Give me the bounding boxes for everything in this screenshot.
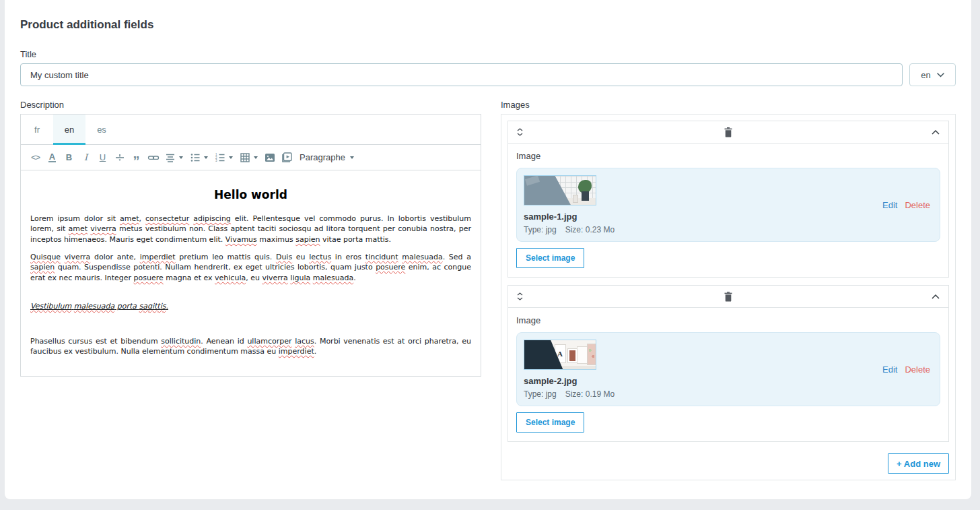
tab-fr[interactable]: fr <box>21 115 53 144</box>
strikethrough-icon[interactable] <box>111 149 128 166</box>
description-field-group: Description frenes <>ABIU”123 Paragraphe… <box>20 100 481 377</box>
dropdown-caret-icon[interactable] <box>254 156 258 159</box>
bullet-list-icon[interactable] <box>186 149 203 166</box>
trash-icon[interactable] <box>724 127 733 137</box>
move-vertical-icon[interactable] <box>517 292 523 300</box>
image-card-body: Image A sam <box>508 308 948 441</box>
editor-underlined-line: Vestibulum malesuada porta sagittis. <box>30 301 471 311</box>
format-select-value: Paragraphe <box>300 152 345 162</box>
editor-paragraph: Lorem ipsum dolor sit amet, consectetur … <box>30 214 471 245</box>
media-type: Type: jpg <box>524 389 557 399</box>
page-title: Product additional fields <box>20 18 956 32</box>
media-filename: sample-1.jpg <box>524 212 615 222</box>
images-field-group: Images <box>501 100 956 480</box>
image-card-header <box>508 121 948 144</box>
media-size: Size: 0.19 Mo <box>565 389 615 399</box>
dropdown-caret-icon[interactable] <box>204 156 208 159</box>
image-card: Image A sam <box>508 285 949 442</box>
content-panel: Product additional fields Title en D <box>5 0 971 499</box>
bold-icon[interactable]: B <box>61 149 77 166</box>
chevron-up-icon[interactable] <box>932 294 940 299</box>
title-label: Title <box>20 49 956 59</box>
media-file-panel: A sample-1.jpg Type: jpg Size: 0.23 Mo <box>516 168 940 242</box>
editor-paragraph: Phasellus cursus est et bibendum sollici… <box>30 336 471 357</box>
format-select[interactable]: Paragraphe <box>300 152 354 162</box>
underline-icon[interactable]: U <box>94 149 111 166</box>
media-file-panel: A sample-2.jpg Type: jpg Size: 0.19 Mo <box>516 332 940 406</box>
trash-icon[interactable] <box>724 292 733 302</box>
dropdown-caret-icon[interactable] <box>229 156 233 159</box>
move-vertical-icon[interactable] <box>517 128 523 136</box>
font-color-icon[interactable]: A <box>44 149 61 166</box>
media-file-info: A sample-1.jpg Type: jpg Size: 0.23 Mo <box>524 175 615 234</box>
language-tabs: frenes <box>21 115 481 145</box>
tab-en[interactable]: en <box>53 115 85 144</box>
title-field-group: Title en <box>20 49 956 86</box>
numbered-list-icon[interactable]: 123 <box>211 149 228 166</box>
link-icon[interactable] <box>145 149 162 166</box>
edit-link[interactable]: Edit <box>882 364 897 375</box>
rich-text-editor: frenes <>ABIU”123 Paragraphe Hello world… <box>20 114 481 377</box>
image-item-label: Image <box>516 315 940 325</box>
editor-heading: Hello world <box>30 187 471 203</box>
editor-paragraph: Quisque viverra dolor ante, imperdiet pr… <box>30 252 471 283</box>
language-value: en <box>921 70 930 80</box>
select-image-button[interactable]: Select image <box>516 248 584 268</box>
description-label: Description <box>20 100 481 110</box>
chevron-down-icon <box>937 73 944 77</box>
images-label: Images <box>501 100 956 110</box>
images-container: Image A sample-1.jpg <box>501 114 956 480</box>
edit-link[interactable]: Edit <box>882 200 897 210</box>
language-selector[interactable]: en <box>909 63 956 86</box>
dropdown-caret-icon[interactable] <box>179 156 183 159</box>
select-image-button[interactable]: Select image <box>516 412 584 433</box>
image-card-body: Image A sample-1.jpg <box>508 144 948 277</box>
thumbnail-sample-2: A <box>524 340 596 370</box>
image-card-header <box>508 286 948 308</box>
dropdown-caret-icon <box>350 156 354 159</box>
svg-text:3: 3 <box>215 159 217 162</box>
media-size: Size: 0.23 Mo <box>565 225 615 234</box>
title-input[interactable] <box>20 63 903 86</box>
chevron-up-icon[interactable] <box>932 130 940 135</box>
image-item-label: Image <box>516 151 940 161</box>
italic-icon[interactable]: I <box>77 149 94 166</box>
align-icon[interactable] <box>162 149 178 166</box>
media-filename: sample-2.jpg <box>524 376 615 386</box>
page-background: Product additional fields Title en D <box>0 0 980 510</box>
add-new-button[interactable]: + Add new <box>888 453 949 474</box>
table-icon[interactable] <box>236 149 253 166</box>
image-card: Image A sample-1.jpg <box>508 121 949 278</box>
delete-link[interactable]: Delete <box>905 364 930 375</box>
thumbnail-sample-1: A <box>524 175 596 205</box>
source-code-icon[interactable]: <> <box>27 149 44 166</box>
editor-content[interactable]: Hello world Lorem ipsum dolor sit amet, … <box>21 170 481 376</box>
editor-toolbar-row: <>ABIU”123 Paragraphe <box>21 145 481 170</box>
media-file-info: A sample-2.jpg Type: jpg Size: 0.19 Mo <box>524 340 615 399</box>
tab-es[interactable]: es <box>85 115 118 144</box>
delete-link[interactable]: Delete <box>905 200 930 210</box>
media-icon[interactable] <box>278 149 295 166</box>
editor-toolbar: <>ABIU”123 <box>27 149 295 166</box>
media-type: Type: jpg <box>524 225 557 234</box>
image-icon[interactable] <box>261 149 278 166</box>
blockquote-icon[interactable]: ” <box>128 149 145 166</box>
